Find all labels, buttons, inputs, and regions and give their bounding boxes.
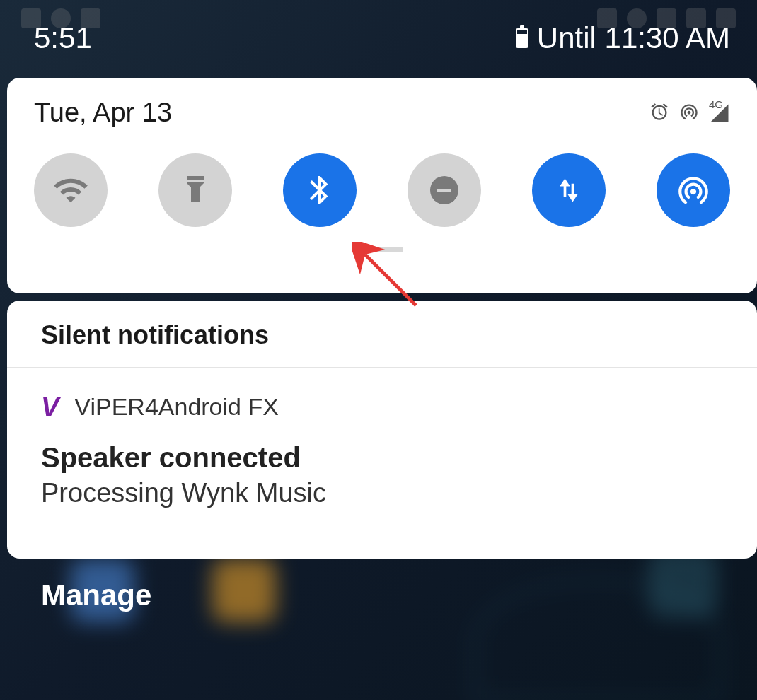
notification-title: Speaker connected: [41, 442, 723, 474]
app-icon: V: [41, 394, 59, 421]
alarm-icon: [649, 102, 669, 124]
battery-icon: [516, 28, 528, 48]
wifi-tile[interactable]: [34, 153, 108, 227]
dnd-tile[interactable]: [408, 153, 481, 227]
clock-time: 5:51: [34, 21, 92, 55]
date-label[interactable]: Tue, Apr 13: [34, 98, 172, 128]
battery-until-text: Until 11:30 AM: [537, 21, 730, 55]
expand-handle[interactable]: [361, 247, 403, 252]
status-bar: 5:51 Until 11:30 AM: [0, 21, 757, 55]
app-name: ViPER4Android FX: [74, 393, 279, 421]
quick-settings-panel: Tue, Apr 13 4G: [7, 78, 757, 293]
hotspot-status-icon: [679, 102, 699, 124]
status-icons: 4G: [649, 102, 730, 124]
notification-text: Processing Wynk Music: [41, 478, 723, 508]
notifications-panel: Silent notifications V ViPER4Android FX …: [7, 301, 757, 559]
svg-rect-1: [437, 189, 451, 192]
battery-status: Until 11:30 AM: [516, 21, 730, 55]
flashlight-tile[interactable]: [158, 153, 232, 227]
network-type-label: 4G: [709, 98, 723, 110]
quick-settings-tiles: [34, 153, 730, 227]
bluetooth-tile[interactable]: [283, 153, 357, 227]
notification-item[interactable]: V ViPER4Android FX Speaker connected Pro…: [7, 368, 757, 534]
manage-button[interactable]: Manage: [41, 578, 151, 612]
notifications-section-title: Silent notifications: [7, 301, 757, 368]
mobile-data-tile[interactable]: [532, 153, 606, 227]
hotspot-tile[interactable]: [657, 153, 730, 227]
cellular-signal-icon: 4G: [709, 104, 730, 122]
